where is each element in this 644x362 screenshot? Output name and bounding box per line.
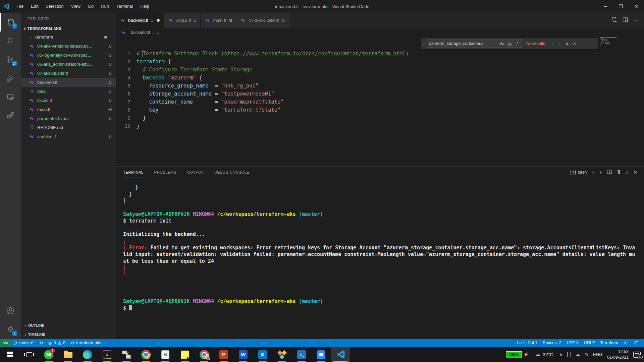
problems-item[interactable]: ⊗ 0 ⚠ 0 [46, 339, 68, 347]
chrome-taskbar-icon[interactable] [136, 347, 156, 362]
panel-tab-terminal[interactable]: TERMINAL [123, 167, 144, 178]
pen-icon[interactable]: ✎ [585, 352, 588, 357]
panel-tab-problems[interactable]: PROBLEMS [154, 167, 176, 178]
powerpoint-taskbar-icon[interactable]: P [214, 347, 233, 362]
account-icon[interactable] [0, 301, 21, 320]
onedrive-icon[interactable]: ☁ [576, 352, 580, 357]
battery-indicator[interactable]: 100% ⚡ [506, 351, 529, 358]
find-next-icon[interactable]: ↓ [558, 41, 561, 46]
vscode-taskbar-icon[interactable] [331, 347, 350, 362]
workspace-section-header[interactable]: ∨ TERRAFORM-AKS [21, 24, 116, 33]
cursor-position-item[interactable]: Ln 1, Col 1 [514, 339, 540, 347]
explorer-icon[interactable]: 1 [0, 13, 21, 32]
word-taskbar-icon[interactable]: W [233, 347, 253, 362]
split-editor-icon[interactable] [623, 17, 628, 24]
panel-tab-output[interactable]: OUTPUT [187, 167, 204, 178]
remote-explorer-icon[interactable] [0, 88, 21, 107]
maximize-panel-icon[interactable]: ∧ [626, 170, 629, 175]
outline-section[interactable]: › OUTLINE [21, 321, 116, 330]
remote-indicator[interactable]: >< [0, 339, 11, 347]
notification-center-icon[interactable]: 5 [633, 352, 641, 358]
menu-go[interactable]: Go [84, 0, 97, 13]
file-item-main.tf[interactable]: main.tfM [21, 105, 116, 114]
file-item-locals.tf[interactable]: locals.tfU [21, 96, 116, 105]
extensions-icon[interactable] [0, 107, 21, 125]
search-icon[interactable] [0, 32, 21, 50]
file-explorer-taskbar-icon[interactable] [58, 347, 78, 362]
source-control-icon[interactable]: 14 [0, 50, 21, 69]
explorer-more-actions[interactable]: ··· [108, 17, 112, 21]
file-item-data[interactable]: ≡dataU [21, 87, 116, 96]
menu-file[interactable]: File [13, 0, 27, 13]
code-editor[interactable]: › azurerm_storage_container.s Aa ab .* N… [116, 37, 644, 166]
file-item-parameter.tfvars[interactable]: parameter.tfvarsU [21, 114, 116, 123]
sync-changes-icon[interactable]: ⟲ [37, 339, 46, 347]
drawio-taskbar-icon[interactable] [272, 347, 292, 362]
find-replace-toggle-icon[interactable]: › [421, 38, 427, 49]
zoom-taskbar-icon[interactable] [311, 347, 331, 362]
outlook-taskbar-icon[interactable]: ✉ [253, 347, 272, 362]
file-item-README.md[interactable]: ⓘREADME.md [21, 123, 116, 132]
tab-backend.tf[interactable]: backend.tfU [116, 13, 164, 28]
tab-07-aks-cluster.tf[interactable]: 07-aks-cluster.tfU [236, 13, 289, 28]
feedback-icon[interactable] [621, 339, 631, 347]
shell-selector[interactable]: $ bash [571, 170, 587, 175]
panel-tab-debug-console[interactable]: DEBUG CONSOLE [214, 167, 249, 178]
chrome-profile-taskbar-icon[interactable] [195, 347, 214, 362]
more-actions-icon[interactable]: ··· [633, 17, 639, 23]
maximize-button[interactable]: ❐ [613, 0, 629, 13]
file-item-07-aks-cluster.tf[interactable]: 07-aks-cluster.tfU [21, 69, 116, 78]
file-item-06-aksadministrators-azu...[interactable]: 06-aks_administrators-azu...U [21, 60, 116, 69]
menu-view[interactable]: View [67, 0, 84, 13]
whole-word-icon[interactable]: ab [506, 40, 513, 47]
sticky-notes-taskbar-icon[interactable] [175, 347, 195, 362]
menu-selection[interactable]: Selection [42, 0, 67, 13]
close-panel-icon[interactable]: ✕ [633, 170, 637, 175]
minimize-button[interactable]: ─ [598, 0, 613, 13]
task-view-taskbar-icon[interactable] [19, 347, 39, 362]
find-close-icon[interactable]: × [573, 41, 576, 46]
edge-taskbar-icon[interactable] [78, 347, 97, 362]
language-mode-item[interactable]: Terraform [598, 339, 621, 347]
tab-locals.tf[interactable]: locals.tfU [164, 13, 201, 28]
new-terminal-icon[interactable]: + [591, 169, 595, 176]
whatsapp-taskbar-icon[interactable]: ☎1 [39, 347, 58, 362]
terminal-output[interactable]: } }] Satyam@LAPTOP-AQP8PVJK MINGW64 /c/w… [116, 178, 644, 311]
weather-widget[interactable]: ☁ 32°C [535, 351, 553, 358]
find-in-selection-icon[interactable]: ≡ [566, 41, 568, 46]
close-button[interactable]: ✕ [629, 0, 644, 13]
file-item-05-log-analytics-workspac...[interactable]: 05-log-analytics-workspac...U [21, 51, 116, 60]
notifications-bell-icon[interactable] [631, 339, 641, 347]
menu-help[interactable]: Help [137, 0, 153, 13]
find-input[interactable]: azurerm_storage_container.s Aa ab .* [427, 40, 522, 48]
file-item-varibles.tf[interactable]: varibles.tfU [21, 132, 116, 141]
remote-desktop-taskbar-icon[interactable]: ⚡ [117, 347, 136, 362]
tray-expand-icon[interactable]: ∧ [559, 352, 562, 357]
intellij-taskbar-icon[interactable]: IJ [97, 347, 117, 362]
menu-run[interactable]: Run [97, 0, 113, 13]
file-item-.terraform[interactable]: ›.terraform [21, 33, 116, 42]
find-previous-icon[interactable]: ↑ [551, 41, 554, 46]
start-taskbar-icon[interactable] [0, 347, 19, 362]
project-task-item[interactable]: ↺ terraform-aks [68, 339, 104, 347]
settings-gear-icon[interactable]: ⚙ 1 [0, 320, 21, 339]
regex-icon[interactable]: .* [513, 40, 521, 47]
minimap[interactable] [600, 37, 639, 166]
run-debug-icon[interactable] [0, 69, 21, 88]
file-item-04-aks-versions-datasourc...[interactable]: 04-aks-versions-datasourc...U [21, 42, 116, 51]
input-language[interactable]: ENG [593, 352, 602, 357]
menu-edit[interactable]: Edit [27, 0, 42, 13]
encoding-item[interactable]: UTF-8 [564, 339, 581, 347]
notepad-plus-plus-taskbar-icon[interactable]: N [156, 347, 175, 362]
open-changes-icon[interactable] [611, 17, 617, 24]
breadcrumb[interactable]: backend.tf › ... [116, 28, 644, 37]
indentation-item[interactable]: Spaces: 2 [540, 339, 564, 347]
tab-main.tf[interactable]: main.tfM [201, 13, 236, 28]
file-item-backend.tf[interactable]: backend.tfU [21, 78, 116, 87]
eol-item[interactable]: CRLF [581, 339, 598, 347]
clock[interactable]: 12:53 01-09-2021 [607, 349, 629, 360]
phone-link-icon[interactable] [567, 352, 571, 357]
terminal-dropdown-icon[interactable]: ∨ [599, 170, 602, 175]
menu-terminal[interactable]: Terminal [113, 0, 137, 13]
split-terminal-icon[interactable] [607, 169, 612, 175]
